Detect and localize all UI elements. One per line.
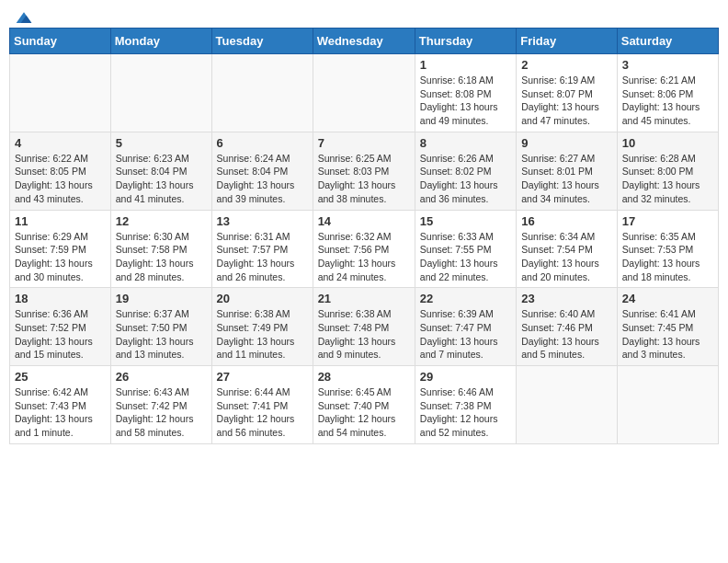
day-number: 24 — [622, 292, 713, 305]
calendar-cell: 11Sunrise: 6:29 AM Sunset: 7:59 PM Dayli… — [10, 210, 111, 288]
day-number: 4 — [15, 136, 106, 150]
calendar-cell: 20Sunrise: 6:38 AM Sunset: 7:49 PM Dayli… — [211, 288, 313, 366]
day-info: Sunrise: 6:44 AM Sunset: 7:41 PM Dayligh… — [217, 385, 308, 440]
calendar-week-row: 18Sunrise: 6:36 AM Sunset: 7:52 PM Dayli… — [10, 288, 719, 366]
day-number: 26 — [116, 370, 207, 384]
calendar-cell: 4Sunrise: 6:22 AM Sunset: 8:05 PM Daylig… — [10, 132, 111, 210]
day-info: Sunrise: 6:31 AM Sunset: 7:57 PM Dayligh… — [217, 230, 308, 284]
day-number: 6 — [217, 136, 308, 150]
day-number: 2 — [521, 58, 612, 72]
day-info: Sunrise: 6:35 AM Sunset: 7:53 PM Dayligh… — [622, 230, 713, 284]
calendar-cell: 21Sunrise: 6:38 AM Sunset: 7:48 PM Dayli… — [313, 288, 415, 366]
calendar-cell: 15Sunrise: 6:33 AM Sunset: 7:55 PM Dayli… — [415, 210, 516, 288]
day-number: 20 — [217, 292, 308, 305]
calendar-week-row: 1Sunrise: 6:18 AM Sunset: 8:08 PM Daylig… — [10, 54, 719, 132]
day-number: 12 — [116, 214, 207, 228]
day-number: 7 — [318, 136, 410, 150]
calendar-cell — [313, 54, 415, 132]
calendar-cell: 19Sunrise: 6:37 AM Sunset: 7:50 PM Dayli… — [110, 288, 211, 366]
day-info: Sunrise: 6:33 AM Sunset: 7:55 PM Dayligh… — [420, 230, 511, 284]
day-header-monday: Monday — [110, 29, 211, 54]
calendar-cell: 28Sunrise: 6:45 AM Sunset: 7:40 PM Dayli… — [313, 366, 415, 444]
calendar-cell — [211, 54, 313, 132]
day-number: 8 — [420, 136, 511, 150]
calendar-cell — [110, 54, 211, 132]
day-info: Sunrise: 6:25 AM Sunset: 8:03 PM Dayligh… — [318, 152, 410, 206]
day-info: Sunrise: 6:27 AM Sunset: 8:01 PM Dayligh… — [521, 152, 612, 206]
day-header-tuesday: Tuesday — [211, 29, 313, 54]
day-number: 18 — [15, 292, 106, 305]
day-info: Sunrise: 6:24 AM Sunset: 8:04 PM Dayligh… — [217, 152, 308, 206]
day-info: Sunrise: 6:21 AM Sunset: 8:06 PM Dayligh… — [622, 74, 713, 128]
day-number: 13 — [217, 214, 308, 228]
calendar-cell: 12Sunrise: 6:30 AM Sunset: 7:58 PM Dayli… — [110, 210, 211, 288]
day-info: Sunrise: 6:45 AM Sunset: 7:40 PM Dayligh… — [318, 385, 410, 440]
calendar-cell: 5Sunrise: 6:23 AM Sunset: 8:04 PM Daylig… — [110, 132, 211, 210]
calendar-cell — [517, 366, 618, 444]
calendar-week-row: 11Sunrise: 6:29 AM Sunset: 7:59 PM Dayli… — [10, 210, 719, 288]
calendar-cell: 18Sunrise: 6:36 AM Sunset: 7:52 PM Dayli… — [10, 288, 111, 366]
day-header-friday: Friday — [517, 29, 618, 54]
day-number: 25 — [15, 370, 106, 384]
day-info: Sunrise: 6:38 AM Sunset: 7:48 PM Dayligh… — [318, 307, 410, 362]
day-info: Sunrise: 6:36 AM Sunset: 7:52 PM Dayligh… — [15, 307, 106, 362]
day-number: 11 — [15, 214, 106, 228]
day-info: Sunrise: 6:18 AM Sunset: 8:08 PM Dayligh… — [420, 74, 511, 128]
calendar-cell: 6Sunrise: 6:24 AM Sunset: 8:04 PM Daylig… — [211, 132, 313, 210]
day-number: 9 — [521, 136, 612, 150]
day-info: Sunrise: 6:32 AM Sunset: 7:56 PM Dayligh… — [318, 230, 410, 284]
day-info: Sunrise: 6:34 AM Sunset: 7:54 PM Dayligh… — [521, 230, 612, 284]
day-info: Sunrise: 6:28 AM Sunset: 8:00 PM Dayligh… — [622, 152, 713, 206]
calendar-cell: 3Sunrise: 6:21 AM Sunset: 8:06 PM Daylig… — [617, 54, 718, 132]
day-header-thursday: Thursday — [415, 29, 516, 54]
calendar-cell: 24Sunrise: 6:41 AM Sunset: 7:45 PM Dayli… — [617, 288, 718, 366]
day-number: 16 — [521, 214, 612, 228]
calendar-cell: 23Sunrise: 6:40 AM Sunset: 7:46 PM Dayli… — [517, 288, 618, 366]
day-number: 1 — [420, 58, 511, 72]
day-info: Sunrise: 6:43 AM Sunset: 7:42 PM Dayligh… — [116, 385, 207, 440]
day-info: Sunrise: 6:22 AM Sunset: 8:05 PM Dayligh… — [15, 152, 106, 206]
day-number: 15 — [420, 214, 511, 228]
calendar-cell: 16Sunrise: 6:34 AM Sunset: 7:54 PM Dayli… — [517, 210, 618, 288]
calendar-table: SundayMondayTuesdayWednesdayThursdayFrid… — [9, 28, 719, 444]
calendar-cell: 22Sunrise: 6:39 AM Sunset: 7:47 PM Dayli… — [415, 288, 516, 366]
day-info: Sunrise: 6:19 AM Sunset: 8:07 PM Dayligh… — [521, 74, 612, 128]
calendar-cell: 9Sunrise: 6:27 AM Sunset: 8:01 PM Daylig… — [517, 132, 618, 210]
day-info: Sunrise: 6:23 AM Sunset: 8:04 PM Dayligh… — [116, 152, 207, 206]
page-header — [9, 9, 719, 22]
calendar-cell: 25Sunrise: 6:42 AM Sunset: 7:43 PM Dayli… — [10, 366, 111, 444]
day-number: 5 — [116, 136, 207, 150]
day-info: Sunrise: 6:46 AM Sunset: 7:38 PM Dayligh… — [420, 385, 511, 440]
day-number: 19 — [116, 292, 207, 305]
calendar-cell: 17Sunrise: 6:35 AM Sunset: 7:53 PM Dayli… — [617, 210, 718, 288]
calendar-header-row: SundayMondayTuesdayWednesdayThursdayFrid… — [10, 29, 719, 54]
day-header-sunday: Sunday — [10, 29, 111, 54]
calendar-cell: 13Sunrise: 6:31 AM Sunset: 7:57 PM Dayli… — [211, 210, 313, 288]
calendar-week-row: 4Sunrise: 6:22 AM Sunset: 8:05 PM Daylig… — [10, 132, 719, 210]
calendar-cell: 7Sunrise: 6:25 AM Sunset: 8:03 PM Daylig… — [313, 132, 415, 210]
calendar-cell: 2Sunrise: 6:19 AM Sunset: 8:07 PM Daylig… — [517, 54, 618, 132]
day-header-saturday: Saturday — [617, 29, 718, 54]
logo — [13, 9, 33, 22]
day-number: 28 — [318, 370, 410, 384]
calendar-cell: 14Sunrise: 6:32 AM Sunset: 7:56 PM Dayli… — [313, 210, 415, 288]
day-info: Sunrise: 6:40 AM Sunset: 7:46 PM Dayligh… — [521, 307, 612, 362]
calendar-week-row: 25Sunrise: 6:42 AM Sunset: 7:43 PM Dayli… — [10, 366, 719, 444]
day-info: Sunrise: 6:41 AM Sunset: 7:45 PM Dayligh… — [622, 307, 713, 362]
day-info: Sunrise: 6:39 AM Sunset: 7:47 PM Dayligh… — [420, 307, 511, 362]
day-number: 21 — [318, 292, 410, 305]
calendar-cell: 1Sunrise: 6:18 AM Sunset: 8:08 PM Daylig… — [415, 54, 516, 132]
day-info: Sunrise: 6:30 AM Sunset: 7:58 PM Dayligh… — [116, 230, 207, 284]
logo-icon — [15, 9, 33, 28]
calendar-cell: 29Sunrise: 6:46 AM Sunset: 7:38 PM Dayli… — [415, 366, 516, 444]
day-info: Sunrise: 6:37 AM Sunset: 7:50 PM Dayligh… — [116, 307, 207, 362]
calendar-cell: 8Sunrise: 6:26 AM Sunset: 8:02 PM Daylig… — [415, 132, 516, 210]
day-number: 22 — [420, 292, 511, 305]
calendar-cell — [617, 366, 718, 444]
day-number: 14 — [318, 214, 410, 228]
calendar-cell: 10Sunrise: 6:28 AM Sunset: 8:00 PM Dayli… — [617, 132, 718, 210]
day-info: Sunrise: 6:38 AM Sunset: 7:49 PM Dayligh… — [217, 307, 308, 362]
calendar-cell: 26Sunrise: 6:43 AM Sunset: 7:42 PM Dayli… — [110, 366, 211, 444]
day-info: Sunrise: 6:29 AM Sunset: 7:59 PM Dayligh… — [15, 230, 106, 284]
day-number: 10 — [622, 136, 713, 150]
